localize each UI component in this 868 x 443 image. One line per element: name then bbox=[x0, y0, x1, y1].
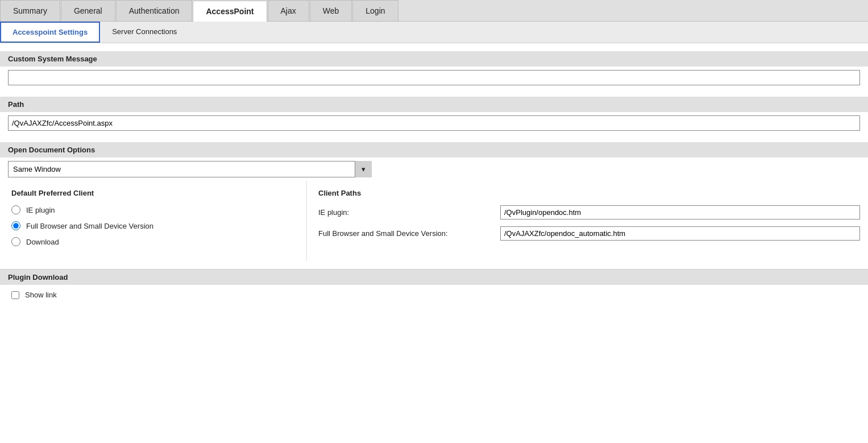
path-input[interactable] bbox=[8, 115, 860, 131]
open-document-options-row: Same Window New Window ▾ bbox=[0, 158, 868, 181]
show-link-label: Show link bbox=[25, 291, 57, 299]
path-header: Path bbox=[0, 97, 868, 112]
tab-general[interactable]: General bbox=[61, 0, 115, 21]
show-link-row[interactable]: Show link bbox=[11, 291, 860, 299]
custom-system-message-header: Custom System Message bbox=[0, 51, 868, 67]
radio-full-browser[interactable]: Full Browser and Small Device Version bbox=[11, 221, 298, 230]
sub-tab-server-connections[interactable]: Server Connections bbox=[100, 22, 189, 43]
tab-authentication[interactable]: Authentication bbox=[116, 0, 193, 21]
show-link-checkbox[interactable] bbox=[11, 291, 19, 299]
path-row bbox=[0, 112, 868, 134]
radio-ie-plugin-label: IE plugin bbox=[26, 206, 55, 214]
radio-download-label: Download bbox=[26, 238, 59, 246]
client-path-full-browser-row: Full Browser and Small Device Version: bbox=[318, 226, 860, 241]
tab-summary[interactable]: Summary bbox=[0, 0, 60, 21]
radio-download[interactable]: Download bbox=[11, 237, 298, 246]
open-document-options-header: Open Document Options bbox=[0, 142, 868, 158]
tab-login[interactable]: Login bbox=[352, 0, 398, 21]
radio-full-browser-input[interactable] bbox=[11, 221, 20, 230]
sub-tab-accesspoint-settings[interactable]: Accesspoint Settings bbox=[0, 22, 100, 43]
tab-web[interactable]: Web bbox=[310, 0, 352, 21]
client-path-full-browser-input[interactable] bbox=[500, 226, 860, 241]
custom-system-message-row bbox=[0, 67, 868, 89]
default-preferred-client-title: Default Preferred Client bbox=[11, 189, 298, 197]
custom-system-message-input[interactable] bbox=[8, 70, 860, 85]
client-paths-title: Client Paths bbox=[318, 189, 860, 197]
open-document-dropdown[interactable]: Same Window New Window bbox=[8, 161, 372, 177]
tab-accesspoint[interactable]: AccessPoint bbox=[193, 1, 267, 22]
client-path-full-browser-label: Full Browser and Small Device Version: bbox=[318, 229, 500, 238]
plugin-download-section: Show link bbox=[0, 285, 868, 305]
two-column-section: Default Preferred Client IE plugin Full … bbox=[0, 181, 868, 261]
tab-bar: Summary General Authentication AccessPoi… bbox=[0, 0, 868, 22]
open-document-dropdown-wrapper: Same Window New Window ▾ bbox=[8, 161, 372, 177]
default-preferred-client-section: Default Preferred Client IE plugin Full … bbox=[0, 181, 307, 261]
plugin-download-header: Plugin Download bbox=[0, 269, 868, 285]
sub-tab-bar: Accesspoint Settings Server Connections bbox=[0, 22, 868, 43]
client-path-ie-label: IE plugin: bbox=[318, 208, 500, 217]
radio-full-browser-label: Full Browser and Small Device Version bbox=[26, 222, 153, 230]
client-path-ie-row: IE plugin: bbox=[318, 205, 860, 220]
radio-ie-plugin[interactable]: IE plugin bbox=[11, 205, 298, 214]
client-path-ie-input[interactable] bbox=[500, 205, 860, 220]
content-area: Custom System Message Path Open Document… bbox=[0, 51, 868, 316]
tab-ajax[interactable]: Ajax bbox=[268, 0, 309, 21]
radio-ie-plugin-input[interactable] bbox=[11, 205, 20, 214]
radio-download-input[interactable] bbox=[11, 237, 20, 246]
client-paths-section: Client Paths IE plugin: Full Browser and… bbox=[307, 181, 868, 261]
